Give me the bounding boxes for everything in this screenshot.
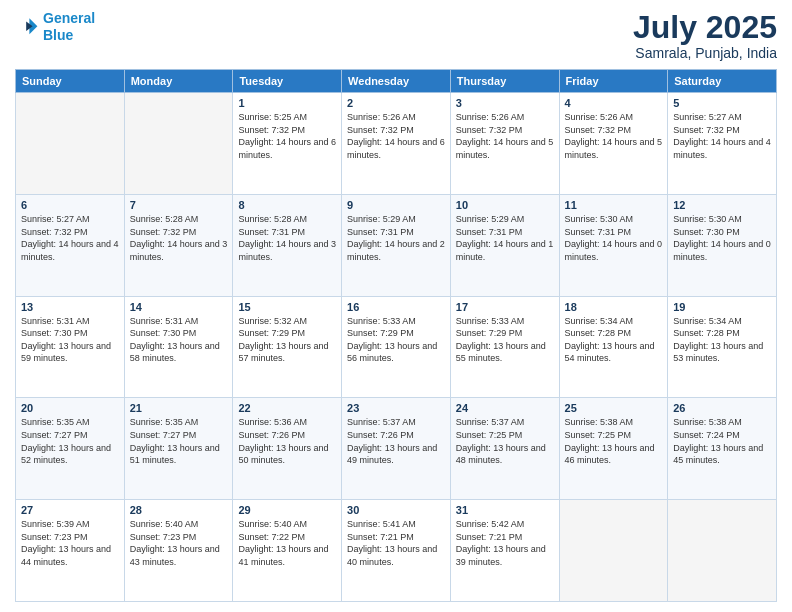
day-info: Sunrise: 5:42 AM Sunset: 7:21 PM Dayligh… xyxy=(456,518,554,568)
day-info: Sunrise: 5:26 AM Sunset: 7:32 PM Dayligh… xyxy=(347,111,445,161)
calendar-page: General Blue July 2025 Samrala, Punjab, … xyxy=(0,0,792,612)
calendar-cell: 10Sunrise: 5:29 AM Sunset: 7:31 PM Dayli… xyxy=(450,194,559,296)
day-info: Sunrise: 5:34 AM Sunset: 7:28 PM Dayligh… xyxy=(565,315,663,365)
day-info: Sunrise: 5:39 AM Sunset: 7:23 PM Dayligh… xyxy=(21,518,119,568)
calendar-cell: 6Sunrise: 5:27 AM Sunset: 7:32 PM Daylig… xyxy=(16,194,125,296)
weekday-header-tuesday: Tuesday xyxy=(233,70,342,93)
calendar-cell: 1Sunrise: 5:25 AM Sunset: 7:32 PM Daylig… xyxy=(233,93,342,195)
day-number: 4 xyxy=(565,97,663,109)
calendar-cell xyxy=(124,93,233,195)
day-number: 26 xyxy=(673,402,771,414)
day-info: Sunrise: 5:40 AM Sunset: 7:23 PM Dayligh… xyxy=(130,518,228,568)
day-number: 11 xyxy=(565,199,663,211)
calendar-cell xyxy=(16,93,125,195)
calendar-cell: 19Sunrise: 5:34 AM Sunset: 7:28 PM Dayli… xyxy=(668,296,777,398)
day-number: 8 xyxy=(238,199,336,211)
logo-text: General Blue xyxy=(43,10,95,44)
weekday-header-monday: Monday xyxy=(124,70,233,93)
calendar-cell: 28Sunrise: 5:40 AM Sunset: 7:23 PM Dayli… xyxy=(124,500,233,602)
calendar-cell: 25Sunrise: 5:38 AM Sunset: 7:25 PM Dayli… xyxy=(559,398,668,500)
day-info: Sunrise: 5:35 AM Sunset: 7:27 PM Dayligh… xyxy=(130,416,228,466)
calendar-week-0: 1Sunrise: 5:25 AM Sunset: 7:32 PM Daylig… xyxy=(16,93,777,195)
calendar-cell: 21Sunrise: 5:35 AM Sunset: 7:27 PM Dayli… xyxy=(124,398,233,500)
header: General Blue July 2025 Samrala, Punjab, … xyxy=(15,10,777,61)
day-info: Sunrise: 5:34 AM Sunset: 7:28 PM Dayligh… xyxy=(673,315,771,365)
day-info: Sunrise: 5:31 AM Sunset: 7:30 PM Dayligh… xyxy=(21,315,119,365)
day-info: Sunrise: 5:37 AM Sunset: 7:25 PM Dayligh… xyxy=(456,416,554,466)
day-info: Sunrise: 5:38 AM Sunset: 7:25 PM Dayligh… xyxy=(565,416,663,466)
day-info: Sunrise: 5:26 AM Sunset: 7:32 PM Dayligh… xyxy=(456,111,554,161)
day-info: Sunrise: 5:30 AM Sunset: 7:31 PM Dayligh… xyxy=(565,213,663,263)
day-info: Sunrise: 5:28 AM Sunset: 7:31 PM Dayligh… xyxy=(238,213,336,263)
calendar-cell: 23Sunrise: 5:37 AM Sunset: 7:26 PM Dayli… xyxy=(342,398,451,500)
calendar-cell: 11Sunrise: 5:30 AM Sunset: 7:31 PM Dayli… xyxy=(559,194,668,296)
day-number: 28 xyxy=(130,504,228,516)
day-info: Sunrise: 5:32 AM Sunset: 7:29 PM Dayligh… xyxy=(238,315,336,365)
weekday-header-saturday: Saturday xyxy=(668,70,777,93)
title-block: July 2025 Samrala, Punjab, India xyxy=(633,10,777,61)
calendar-week-2: 13Sunrise: 5:31 AM Sunset: 7:30 PM Dayli… xyxy=(16,296,777,398)
weekday-header-sunday: Sunday xyxy=(16,70,125,93)
calendar-cell xyxy=(559,500,668,602)
calendar-cell: 5Sunrise: 5:27 AM Sunset: 7:32 PM Daylig… xyxy=(668,93,777,195)
calendar-cell: 16Sunrise: 5:33 AM Sunset: 7:29 PM Dayli… xyxy=(342,296,451,398)
day-number: 10 xyxy=(456,199,554,211)
logo-line2: Blue xyxy=(43,27,73,43)
day-info: Sunrise: 5:29 AM Sunset: 7:31 PM Dayligh… xyxy=(347,213,445,263)
calendar-cell: 12Sunrise: 5:30 AM Sunset: 7:30 PM Dayli… xyxy=(668,194,777,296)
day-info: Sunrise: 5:28 AM Sunset: 7:32 PM Dayligh… xyxy=(130,213,228,263)
weekday-header-thursday: Thursday xyxy=(450,70,559,93)
calendar-cell: 2Sunrise: 5:26 AM Sunset: 7:32 PM Daylig… xyxy=(342,93,451,195)
day-number: 20 xyxy=(21,402,119,414)
day-number: 16 xyxy=(347,301,445,313)
day-info: Sunrise: 5:37 AM Sunset: 7:26 PM Dayligh… xyxy=(347,416,445,466)
day-info: Sunrise: 5:33 AM Sunset: 7:29 PM Dayligh… xyxy=(347,315,445,365)
calendar-cell: 14Sunrise: 5:31 AM Sunset: 7:30 PM Dayli… xyxy=(124,296,233,398)
day-number: 23 xyxy=(347,402,445,414)
day-info: Sunrise: 5:31 AM Sunset: 7:30 PM Dayligh… xyxy=(130,315,228,365)
calendar-cell: 8Sunrise: 5:28 AM Sunset: 7:31 PM Daylig… xyxy=(233,194,342,296)
calendar-week-4: 27Sunrise: 5:39 AM Sunset: 7:23 PM Dayli… xyxy=(16,500,777,602)
day-number: 18 xyxy=(565,301,663,313)
calendar-cell: 13Sunrise: 5:31 AM Sunset: 7:30 PM Dayli… xyxy=(16,296,125,398)
day-number: 24 xyxy=(456,402,554,414)
calendar-cell: 27Sunrise: 5:39 AM Sunset: 7:23 PM Dayli… xyxy=(16,500,125,602)
day-info: Sunrise: 5:38 AM Sunset: 7:24 PM Dayligh… xyxy=(673,416,771,466)
day-info: Sunrise: 5:27 AM Sunset: 7:32 PM Dayligh… xyxy=(21,213,119,263)
calendar-cell xyxy=(668,500,777,602)
day-info: Sunrise: 5:27 AM Sunset: 7:32 PM Dayligh… xyxy=(673,111,771,161)
day-number: 25 xyxy=(565,402,663,414)
calendar-cell: 4Sunrise: 5:26 AM Sunset: 7:32 PM Daylig… xyxy=(559,93,668,195)
day-number: 9 xyxy=(347,199,445,211)
day-number: 30 xyxy=(347,504,445,516)
calendar-body: 1Sunrise: 5:25 AM Sunset: 7:32 PM Daylig… xyxy=(16,93,777,602)
day-number: 22 xyxy=(238,402,336,414)
day-info: Sunrise: 5:26 AM Sunset: 7:32 PM Dayligh… xyxy=(565,111,663,161)
day-info: Sunrise: 5:29 AM Sunset: 7:31 PM Dayligh… xyxy=(456,213,554,263)
calendar-table: SundayMondayTuesdayWednesdayThursdayFrid… xyxy=(15,69,777,602)
day-info: Sunrise: 5:40 AM Sunset: 7:22 PM Dayligh… xyxy=(238,518,336,568)
day-info: Sunrise: 5:41 AM Sunset: 7:21 PM Dayligh… xyxy=(347,518,445,568)
day-number: 15 xyxy=(238,301,336,313)
day-info: Sunrise: 5:36 AM Sunset: 7:26 PM Dayligh… xyxy=(238,416,336,466)
logo: General Blue xyxy=(15,10,95,44)
day-number: 29 xyxy=(238,504,336,516)
day-number: 7 xyxy=(130,199,228,211)
day-number: 17 xyxy=(456,301,554,313)
calendar-subtitle: Samrala, Punjab, India xyxy=(633,45,777,61)
day-number: 27 xyxy=(21,504,119,516)
day-number: 13 xyxy=(21,301,119,313)
day-number: 14 xyxy=(130,301,228,313)
weekday-header-wednesday: Wednesday xyxy=(342,70,451,93)
day-number: 5 xyxy=(673,97,771,109)
calendar-week-1: 6Sunrise: 5:27 AM Sunset: 7:32 PM Daylig… xyxy=(16,194,777,296)
calendar-cell: 15Sunrise: 5:32 AM Sunset: 7:29 PM Dayli… xyxy=(233,296,342,398)
calendar-cell: 31Sunrise: 5:42 AM Sunset: 7:21 PM Dayli… xyxy=(450,500,559,602)
calendar-title: July 2025 xyxy=(633,10,777,45)
calendar-cell: 26Sunrise: 5:38 AM Sunset: 7:24 PM Dayli… xyxy=(668,398,777,500)
day-info: Sunrise: 5:33 AM Sunset: 7:29 PM Dayligh… xyxy=(456,315,554,365)
day-info: Sunrise: 5:30 AM Sunset: 7:30 PM Dayligh… xyxy=(673,213,771,263)
day-number: 31 xyxy=(456,504,554,516)
calendar-cell: 17Sunrise: 5:33 AM Sunset: 7:29 PM Dayli… xyxy=(450,296,559,398)
day-number: 19 xyxy=(673,301,771,313)
